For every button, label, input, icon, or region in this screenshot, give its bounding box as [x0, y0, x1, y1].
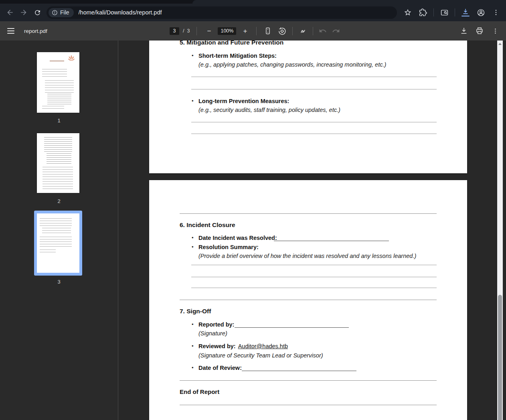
- back-button[interactable]: [3, 6, 17, 19]
- bullet-item: • Short-term Mitigation Steps:: [192, 53, 277, 59]
- thumbnail-text-lines: [40, 237, 72, 247]
- pdf-page-2: 5. Mitigation and Future Prevention • Sh…: [149, 41, 467, 173]
- pdf-download-icon: [460, 27, 468, 35]
- reviewed-by-value: Auditor@hades.htb: [238, 343, 288, 349]
- forward-button[interactable]: [17, 6, 30, 19]
- bullet-icon: •: [192, 244, 198, 250]
- bullet-note: (Provide a brief overview of how the inc…: [198, 253, 416, 259]
- forward-arrow-icon: [20, 8, 28, 16]
- bullet-item: • Reviewed by: Auditor@hades.htb: [192, 343, 288, 349]
- reload-button[interactable]: [30, 6, 44, 19]
- info-icon: [52, 10, 58, 16]
- bullet-item: • Date Incident was Resolved:: [192, 235, 277, 241]
- url-text: /home/kali/Downloads/report.pdf: [79, 9, 162, 16]
- print-icon: [476, 27, 484, 35]
- pdf-download-button[interactable]: [459, 25, 469, 37]
- scheme-label: File: [60, 9, 69, 16]
- section-divider: [180, 300, 437, 300]
- kebab-menu-icon: [492, 9, 500, 16]
- bullet-note: (e.g., applying patches, changing passwo…: [198, 61, 386, 68]
- bullet-item: • Long-term Prevention Measures:: [192, 98, 289, 104]
- zoom-out-button[interactable]: −: [204, 25, 214, 37]
- bullet-icon: •: [192, 321, 198, 328]
- thumbnail-page-2[interactable]: [37, 133, 79, 193]
- download-icon: [461, 8, 470, 15]
- redo-icon: [332, 27, 340, 35]
- pdf-kebab-icon: [492, 28, 499, 34]
- fill-in-blank: [235, 327, 349, 328]
- thumbnail-text-lines: [50, 61, 64, 61]
- download-progress-underline: [461, 16, 470, 17]
- page-search-button[interactable]: [437, 6, 451, 19]
- viewer-scrollbar-track[interactable]: [497, 41, 503, 420]
- bullet-item: • Resolution Summary:: [192, 244, 259, 250]
- thumbnail-text-lines: [40, 218, 72, 226]
- pdf-menu-button[interactable]: [6, 25, 16, 37]
- pdf-menu-more-button[interactable]: [490, 25, 500, 37]
- thumbnail-text-lines: [47, 94, 71, 104]
- viewer-scrollbar-thumb[interactable]: [498, 295, 502, 420]
- bullet-icon: •: [192, 235, 198, 241]
- bullet-icon: •: [192, 98, 198, 104]
- lotus-logo-icon: [67, 55, 75, 62]
- answer-line: [191, 77, 437, 77]
- browser-menu-button[interactable]: [489, 6, 503, 19]
- thumbnail-text-lines: [43, 179, 73, 189]
- answer-line: [191, 89, 437, 89]
- thumbnail-text-lines: [42, 106, 64, 109]
- answer-line: [191, 288, 437, 288]
- zoom-level-input[interactable]: 100%: [218, 27, 236, 35]
- thumbnail-page-1[interactable]: [37, 52, 79, 113]
- profile-button[interactable]: [474, 6, 488, 19]
- address-bar[interactable]: File /home/kali/Downloads/report.pdf: [47, 6, 397, 19]
- section-heading-5: 5. Mitigation and Future Prevention: [180, 41, 283, 46]
- browser-actions: [401, 6, 503, 19]
- bullet-note: (Signature): [198, 330, 227, 337]
- thumbnail-text-lines: [42, 69, 67, 79]
- pdf-print-button[interactable]: [474, 25, 485, 37]
- bullet-icon: •: [192, 53, 198, 59]
- toolbar-separator: [433, 8, 434, 16]
- thumbnail-text-lines: [45, 80, 74, 93]
- extensions-puzzle-icon: [419, 8, 427, 16]
- profile-icon: [477, 8, 485, 17]
- page-number-input[interactable]: 3: [170, 27, 179, 35]
- bullet-item: • Reported by:: [192, 321, 234, 328]
- bullet-icon: •: [192, 365, 198, 371]
- active-tab-edge: [192, 0, 506, 4]
- thumbnail-sidebar: 1 2 3: [0, 41, 118, 420]
- redo-button[interactable]: [331, 25, 341, 37]
- end-of-report-label: End of Report: [180, 388, 219, 395]
- downloads-button[interactable]: [459, 6, 472, 19]
- pdf-viewer-content: 1 2 3 5. Mitigation and Future Preventio…: [0, 41, 506, 420]
- fit-page-icon: [264, 26, 272, 35]
- extensions-button[interactable]: [416, 6, 430, 19]
- rotate-button[interactable]: [277, 25, 287, 37]
- scrollbar-up-arrow-icon[interactable]: [498, 43, 502, 45]
- thumbnail-text-lines: [42, 228, 71, 234]
- section-heading-6: 6. Incident Closure: [180, 221, 235, 229]
- site-info-chip[interactable]: File: [49, 8, 74, 17]
- bookmark-star-icon: [404, 8, 412, 16]
- fill-in-blank: [274, 240, 389, 241]
- thumbnail-text-lines: [47, 153, 71, 164]
- pdf-document-title: report.pdf: [24, 28, 47, 34]
- fit-page-button[interactable]: [263, 25, 273, 37]
- browser-toolbar: File /home/kali/Downloads/report.pdf: [0, 4, 506, 21]
- zoom-in-button[interactable]: +: [240, 25, 250, 37]
- answer-line: [191, 277, 437, 277]
- bookmark-button[interactable]: [401, 6, 415, 19]
- back-arrow-icon: [6, 8, 14, 16]
- page-separator: /: [183, 28, 184, 34]
- thumbnail-text-lines: [44, 137, 72, 152]
- annotate-button[interactable]: [298, 25, 308, 37]
- section-heading-7: 7. Sign-Off: [180, 308, 211, 315]
- page-total: 3: [187, 28, 190, 34]
- pdf-page-3: 6. Incident Closure • Date Incident was …: [149, 180, 467, 420]
- hamburger-menu-icon: [7, 28, 14, 34]
- thumbnail-page-3-selected[interactable]: [34, 211, 82, 276]
- section-divider: [180, 405, 437, 405]
- pdf-toolbar: report.pdf 3 / 3 − 100% +: [0, 21, 506, 41]
- thumbnail-label-1: 1: [0, 118, 118, 124]
- undo-button[interactable]: [318, 25, 328, 37]
